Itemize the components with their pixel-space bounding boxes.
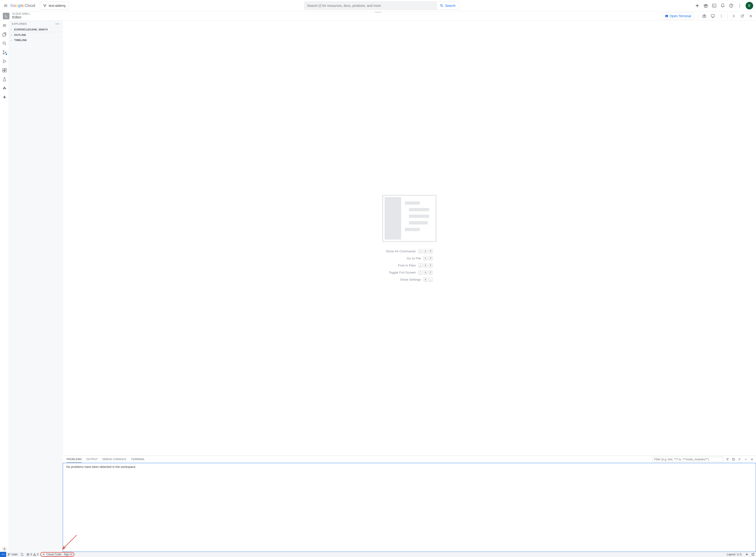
copy-icon[interactable] bbox=[731, 457, 736, 462]
svg-rect-15 bbox=[711, 14, 715, 17]
desktop-icon[interactable] bbox=[710, 14, 715, 19]
svg-rect-23 bbox=[3, 69, 4, 70]
key: , bbox=[428, 277, 433, 282]
problems-message: No problems have been detected in the wo… bbox=[66, 465, 136, 469]
close-icon[interactable] bbox=[749, 14, 753, 19]
tree-label: OUTLINE bbox=[14, 33, 26, 36]
cloud-shell-header: CLOUD SHELL Editor Open Terminal bbox=[0, 11, 756, 21]
cloud-shell-icon[interactable] bbox=[712, 3, 717, 8]
ellipsis-icon[interactable]: ••• bbox=[55, 22, 60, 25]
test-beaker-icon[interactable] bbox=[2, 77, 7, 82]
tree-label: EURONCLEGANE_666674 bbox=[14, 28, 48, 31]
welcome-cmd-row: Show Settings⌘, bbox=[400, 277, 433, 282]
divider bbox=[727, 13, 728, 19]
key: F bbox=[428, 270, 433, 274]
problems-count[interactable]: 0 0 bbox=[25, 552, 40, 557]
drag-handle[interactable] bbox=[375, 12, 381, 13]
cmd-keys: ⌃⌘F bbox=[418, 270, 433, 274]
avatar-initial: E bbox=[748, 3, 751, 7]
status-bar: main 0 0 Cloud Code - Sign in Layout: U.… bbox=[0, 552, 756, 557]
tab-problems[interactable]: PROBLEMS bbox=[66, 456, 82, 463]
source-control-icon[interactable] bbox=[2, 50, 7, 55]
shell-title: CLOUD SHELL Editor bbox=[12, 13, 30, 19]
key: ⌘ bbox=[423, 256, 427, 260]
filter-icon[interactable] bbox=[725, 457, 730, 462]
cmd-label: Show All Commands bbox=[386, 250, 416, 253]
close-icon[interactable] bbox=[750, 457, 754, 462]
tab-terminal[interactable]: TERMINAL bbox=[131, 456, 145, 463]
run-debug-icon[interactable] bbox=[2, 58, 7, 64]
gcp-header: Google Cloud test-aidemy Search E bbox=[0, 0, 756, 11]
cmd-keys: ⌘, bbox=[423, 277, 433, 282]
svg-point-1 bbox=[46, 4, 46, 5]
avatar[interactable]: E bbox=[746, 2, 753, 9]
project-selector[interactable]: test-aidemy bbox=[40, 2, 69, 10]
branch-label: main bbox=[11, 553, 18, 556]
cmd-keys: ⇧⌘F bbox=[418, 263, 433, 267]
tree-outline[interactable]: ›OUTLINE bbox=[9, 32, 62, 37]
key: ⇧ bbox=[418, 249, 422, 253]
collapse-all-icon[interactable] bbox=[737, 457, 742, 462]
tree-workspace[interactable]: ›EURONCLEGANE_666674 bbox=[9, 27, 62, 32]
tree-timeline[interactable]: ›TIMELINE bbox=[9, 37, 62, 42]
svg-point-2 bbox=[45, 6, 45, 7]
gemini-icon[interactable] bbox=[2, 94, 7, 100]
cloud-code-icon[interactable] bbox=[2, 85, 7, 91]
camera-icon[interactable] bbox=[702, 14, 707, 19]
branch-item[interactable]: main bbox=[6, 552, 19, 557]
key: ⌃ bbox=[418, 270, 422, 274]
menu-icon[interactable] bbox=[2, 23, 7, 28]
filter-input[interactable] bbox=[653, 457, 723, 462]
bell-icon[interactable] bbox=[720, 3, 725, 8]
tree-label: TIMELINE bbox=[14, 39, 27, 41]
open-terminal-button[interactable]: Open Terminal bbox=[662, 12, 694, 20]
bottom-panel: PROBLEMS OUTPUT DEBUG CONSOLE TERMINAL N… bbox=[63, 456, 756, 552]
explorer-panel: EXPLORER ••• ›EURONCLEGANE_666674 ›OUTLI… bbox=[9, 21, 63, 552]
cloud-code-signin[interactable]: Cloud Code - Sign in bbox=[40, 552, 74, 557]
tab-debug-console[interactable]: DEBUG CONSOLE bbox=[103, 456, 126, 463]
popout-icon[interactable] bbox=[740, 14, 745, 19]
svg-point-30 bbox=[8, 555, 9, 556]
svg-rect-6 bbox=[712, 4, 716, 7]
search-input[interactable] bbox=[307, 4, 434, 7]
tab-output[interactable]: OUTPUT bbox=[86, 456, 98, 463]
svg-point-8 bbox=[731, 6, 731, 7]
svg-point-20 bbox=[3, 51, 4, 51]
shell-eyebrow: CLOUD SHELL bbox=[12, 13, 30, 15]
layout-item[interactable]: Layout: U.S. bbox=[725, 552, 744, 557]
explorer-icon[interactable] bbox=[2, 32, 7, 37]
explorer-title: EXPLORER bbox=[12, 22, 27, 25]
search-box[interactable] bbox=[304, 2, 437, 10]
hamburger-icon[interactable] bbox=[3, 3, 8, 8]
sync-item[interactable] bbox=[19, 552, 25, 557]
svg-point-3 bbox=[441, 4, 442, 6]
search-icon[interactable] bbox=[2, 40, 7, 46]
notifications-icon[interactable] bbox=[750, 552, 756, 557]
kebab-icon[interactable] bbox=[719, 14, 724, 19]
project-name: test-aidemy bbox=[49, 4, 65, 7]
cloud-code-label: Cloud Code - Sign in bbox=[46, 553, 73, 556]
welcome-screen: Show All Commands⇧⌘PGo to File⌘PFind in … bbox=[63, 21, 756, 456]
svg-point-9 bbox=[739, 4, 740, 5]
remote-button[interactable] bbox=[0, 552, 6, 557]
gemini-status-icon[interactable] bbox=[744, 552, 750, 557]
extensions-icon[interactable] bbox=[2, 67, 7, 73]
kebab-icon[interactable] bbox=[737, 3, 742, 8]
collapse-icon[interactable] bbox=[731, 14, 736, 19]
svg-point-16 bbox=[721, 14, 722, 15]
gear-icon[interactable] bbox=[2, 546, 7, 552]
chevron-up-icon[interactable] bbox=[744, 457, 748, 462]
help-icon[interactable] bbox=[729, 3, 734, 8]
search-button[interactable]: Search bbox=[437, 2, 459, 10]
google-cloud-logo[interactable]: Google Cloud bbox=[10, 3, 35, 8]
search-wrap: Search bbox=[71, 2, 693, 10]
svg-rect-12 bbox=[665, 15, 668, 17]
gift-icon[interactable] bbox=[703, 3, 708, 8]
cmd-label: Find in Files bbox=[398, 264, 416, 267]
gemini-spark-icon[interactable] bbox=[695, 3, 700, 8]
shell-badge-icon bbox=[3, 13, 9, 19]
key: P bbox=[428, 256, 433, 260]
svg-point-17 bbox=[721, 16, 722, 16]
svg-point-22 bbox=[5, 52, 6, 53]
shell-actions bbox=[698, 13, 753, 19]
